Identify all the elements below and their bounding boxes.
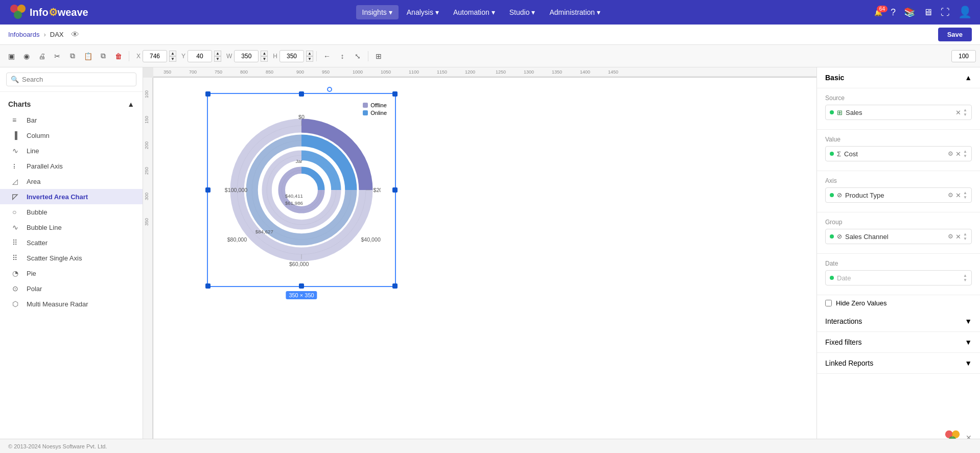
source-field[interactable]: ⊞ Sales ✕ ▲▼ (825, 105, 972, 120)
sidebar-item-bar[interactable]: ≡ Bar (0, 112, 143, 128)
rotation-handle[interactable] (327, 87, 332, 92)
svg-text:700: 700 (189, 69, 197, 75)
sidebar-item-pie[interactable]: ◔ Pie (0, 266, 143, 281)
value-field[interactable]: Σ Cost ⚙ ✕ ▲▼ (825, 146, 972, 161)
sidebar-item-multi-radar[interactable]: ⬡ Multi Measure Radar (0, 296, 143, 312)
sidebar-item-polar[interactable]: ⊙ Polar (0, 281, 143, 296)
axis-settings-icon[interactable]: ⚙ (948, 192, 953, 199)
toolbar-fit[interactable]: ⤡ (351, 49, 365, 63)
sidebar-item-area[interactable]: ◿ Area (0, 174, 143, 189)
svg-rect-22 (143, 78, 153, 443)
value-status-dot (830, 152, 834, 156)
fixed-filters-header[interactable]: Fixed filters ▼ (817, 332, 980, 352)
nav-studio[interactable]: Studio ▾ (503, 5, 542, 19)
chart-widget[interactable]: 350 × 350 Offline Online (207, 93, 396, 287)
notification-badge: 64 (877, 6, 888, 12)
sidebar-item-scatter[interactable]: ⠿ Scatter (0, 235, 143, 250)
w-input[interactable] (234, 50, 259, 62)
toolbar-point-tool[interactable]: ◉ (19, 49, 34, 63)
x-input[interactable] (143, 50, 167, 62)
toolbar-select-tool[interactable]: ▣ (4, 49, 18, 63)
sidebar-item-inverted-area[interactable]: ◸ Inverted Area Chart (0, 189, 143, 204)
donut-chart: Offline Online (208, 94, 395, 286)
panel-collapse-icon[interactable]: ▲ (965, 74, 972, 82)
notification-bell[interactable]: 🔔 64 (874, 9, 882, 16)
value-expand[interactable]: ▲▼ (963, 149, 967, 158)
sidebar-item-scatter-single[interactable]: ⠿ Scatter Single Axis (0, 250, 143, 266)
toolbar-grid[interactable]: ⊞ (371, 49, 386, 63)
toolbar-paste[interactable]: 📋 (81, 49, 95, 63)
expand-icon[interactable]: ⛶ (941, 7, 950, 18)
value-remove-icon[interactable]: ✕ (955, 150, 961, 158)
y-input[interactable] (188, 50, 212, 62)
svg-text:$40,000: $40,000 (361, 236, 381, 243)
axis-field[interactable]: ⊘ Product Type ⚙ ✕ ▲▼ (825, 187, 972, 203)
zoom-input[interactable] (951, 50, 976, 62)
w-spinner[interactable]: ▲▼ (261, 51, 268, 62)
x-spinner[interactable]: ▲▼ (169, 51, 176, 62)
nav-analysis[interactable]: Analysis ▾ (401, 5, 445, 19)
right-panel: Basic ▲ Source ⊞ Sales ✕ ▲▼ Value Σ Cost (816, 67, 980, 453)
book-icon[interactable]: 📚 (904, 7, 915, 18)
chevron-down-icon: ▾ (597, 8, 600, 16)
h-input[interactable] (279, 50, 304, 62)
value-settings-icon[interactable]: ⚙ (948, 150, 953, 157)
group-field[interactable]: ⊘ Sales Channel ⚙ ✕ ▲▼ (825, 229, 972, 244)
legend-offline-dot (363, 103, 368, 108)
user-avatar[interactable]: 👤 (958, 6, 972, 19)
sidebar-item-line[interactable]: ∿ Line (0, 143, 143, 158)
toolbar-right (951, 50, 976, 62)
w-label: W (226, 53, 232, 60)
nav-insights[interactable]: Insights ▾ (356, 5, 399, 19)
axis-expand[interactable]: ▲▼ (963, 190, 967, 200)
bubble-line-icon: ∿ (12, 223, 21, 231)
source-remove-icon[interactable]: ✕ (955, 109, 961, 116)
charts-section-header[interactable]: Charts ▲ (0, 96, 143, 112)
group-settings-icon[interactable]: ⚙ (948, 233, 953, 240)
axis-remove-icon[interactable]: ✕ (955, 192, 961, 199)
hide-zero-checkbox[interactable] (825, 300, 832, 306)
charts-section: Charts ▲ ≡ Bar ▐ Column ∿ Line ⫶ Paralle… (0, 92, 143, 453)
svg-text:$0: $0 (298, 114, 305, 120)
y-spinner[interactable]: ▲▼ (214, 51, 221, 62)
nav-administration[interactable]: Administration ▾ (543, 5, 606, 19)
h-spinner[interactable]: ▲▼ (306, 51, 313, 62)
toolbar-copy[interactable]: ⧉ (65, 49, 80, 63)
source-expand[interactable]: ▲▼ (963, 108, 967, 117)
nav-automation[interactable]: Automation ▾ (447, 5, 501, 19)
search-box[interactable]: 🔍 (6, 73, 136, 86)
interactions-header[interactable]: Interactions ▼ (817, 311, 980, 331)
legend-online: Online (363, 110, 387, 116)
panel-header-basic: Basic ▲ (817, 67, 980, 88)
toolbar-align-left[interactable]: ← (320, 49, 334, 63)
help-icon[interactable]: ? (891, 7, 896, 18)
search-input[interactable] (22, 76, 132, 83)
scatter-icon: ⠿ (12, 239, 21, 247)
svg-text:Jar: Jar (295, 158, 302, 164)
visibility-icon[interactable]: 👁 (71, 30, 79, 39)
date-expand[interactable]: ▲▼ (963, 273, 967, 282)
date-status-dot (830, 276, 834, 280)
date-field[interactable]: Date ▲▼ (825, 270, 972, 285)
toolbar-separator-1 (129, 51, 129, 61)
toolbar-duplicate[interactable]: ⧉ (96, 49, 110, 63)
linked-reports-header[interactable]: Linked Reports ▼ (817, 353, 980, 373)
breadcrumb-parent[interactable]: Infoboards (8, 31, 39, 38)
toolbar-align-center[interactable]: ↕ (335, 49, 349, 63)
legend-online-label: Online (370, 110, 387, 116)
svg-point-2 (14, 11, 22, 19)
sidebar-item-column[interactable]: ▐ Column (0, 128, 143, 143)
group-remove-icon[interactable]: ✕ (955, 233, 961, 241)
canvas-area[interactable]: 350 700 750 800 850 900 950 1000 1050 11… (143, 67, 816, 453)
group-expand[interactable]: ▲▼ (963, 232, 967, 241)
sidebar-item-inverted-area-label: Inverted Area Chart (27, 193, 88, 201)
sidebar-item-parallel-axis[interactable]: ⫶ Parallel Axis (0, 158, 143, 174)
toolbar-cut[interactable]: ✂ (50, 49, 64, 63)
interactions-label: Interactions (825, 317, 862, 325)
save-button[interactable]: Save (938, 28, 972, 41)
toolbar-delete[interactable]: 🗑 (111, 49, 126, 63)
sidebar-item-bubble-line[interactable]: ∿ Bubble Line (0, 220, 143, 235)
toolbar-print[interactable]: 🖨 (35, 49, 49, 63)
sidebar-item-bubble[interactable]: ○ Bubble (0, 204, 143, 220)
monitor-icon[interactable]: 🖥 (923, 7, 932, 18)
